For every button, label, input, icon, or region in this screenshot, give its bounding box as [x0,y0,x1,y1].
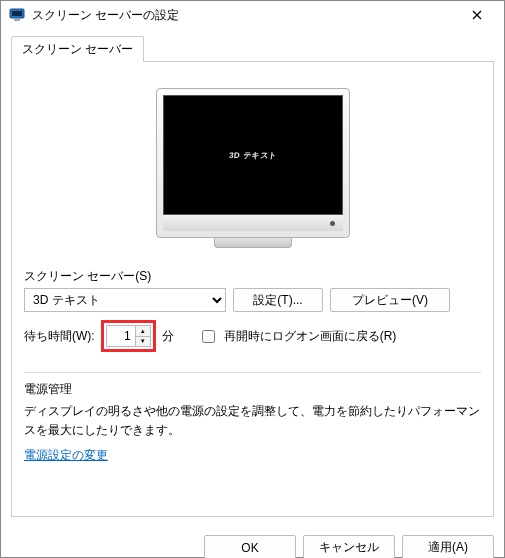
power-led-icon [330,221,335,226]
app-icon [9,7,25,23]
svg-rect-2 [14,19,20,21]
dialog-body: スクリーン セーバー 3D テキスト スクリーン セーバー(S) [1,29,504,527]
wait-spin-down[interactable]: ▼ [136,336,150,346]
power-settings-link[interactable]: 電源設定の変更 [24,448,108,462]
preview-text: 3D テキスト [228,150,277,161]
window-title: スクリーン セーバーの設定 [32,7,456,24]
titlebar: スクリーン セーバーの設定 [1,1,504,29]
close-icon [472,10,482,20]
wait-unit: 分 [162,328,174,345]
ok-button[interactable]: OK [204,535,296,558]
wait-label: 待ち時間(W): [24,328,95,345]
preview-area: 3D テキスト [24,88,481,248]
dialog-footer: OK キャンセル 適用(A) [1,527,504,558]
resume-logon-checkbox[interactable] [202,330,215,343]
wait-spinner[interactable]: ▲ ▼ [106,325,151,347]
wait-highlight: ▲ ▼ [101,320,156,352]
resume-logon-label: 再開時にログオン画面に戻る(R) [224,328,397,345]
preview-button[interactable]: プレビュー(V) [330,288,450,312]
screensaver-settings-window: スクリーン セーバーの設定 スクリーン セーバー 3D テキスト [0,0,505,558]
wait-spin-up[interactable]: ▲ [136,326,150,336]
cancel-button[interactable]: キャンセル [303,535,395,558]
close-button[interactable] [456,1,498,29]
screensaver-select[interactable]: 3D テキスト [24,288,226,312]
settings-button[interactable]: 設定(T)... [233,288,323,312]
tab-panel: 3D テキスト スクリーン セーバー(S) 3D テキスト 設定(T)... プ… [11,61,494,517]
preview-screen: 3D テキスト [163,95,343,215]
divider [24,372,481,373]
svg-rect-1 [12,11,22,16]
preview-monitor: 3D テキスト [156,88,350,248]
apply-button[interactable]: 適用(A) [402,535,494,558]
tab-strip: スクリーン セーバー [11,35,494,61]
power-heading: 電源管理 [24,381,481,398]
wait-input[interactable] [107,326,135,346]
power-description: ディスプレイの明るさや他の電源の設定を調整して、電力を節約したりパフォーマンスを… [24,402,481,439]
tab-screensaver[interactable]: スクリーン セーバー [11,36,144,62]
screensaver-group-label: スクリーン セーバー(S) [24,268,481,285]
